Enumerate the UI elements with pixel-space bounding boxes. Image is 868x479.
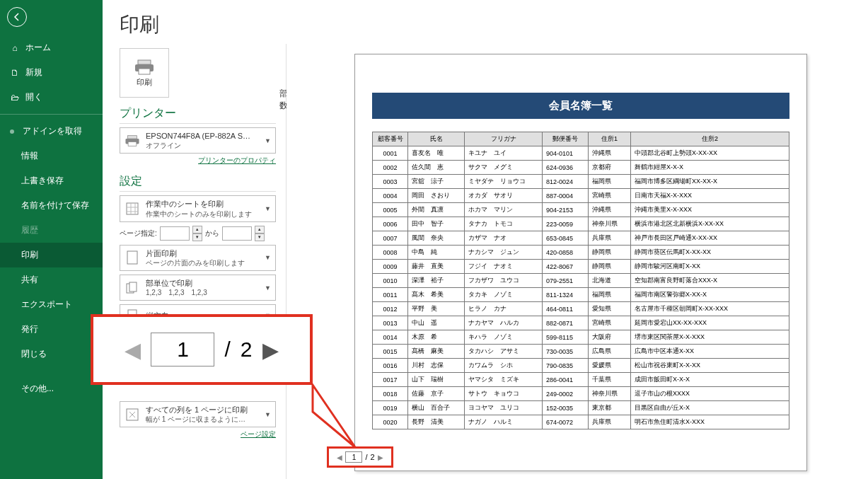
nav-info[interactable]: 情報 bbox=[0, 144, 103, 168]
to-up[interactable]: ▲ bbox=[255, 226, 265, 233]
from-up[interactable]: ▲ bbox=[192, 226, 202, 233]
table-cell: 0006 bbox=[373, 217, 408, 231]
table-cell: 福岡市博多区綱場町XX-XX-X bbox=[631, 175, 789, 189]
page-current-input-big[interactable] bbox=[151, 333, 214, 367]
table-cell: 静岡市駿河区南町X-XX bbox=[631, 260, 789, 274]
table-cell: 愛媛県 bbox=[589, 359, 631, 373]
nav-home[interactable]: ⌂ホーム bbox=[0, 35, 103, 60]
nav-new[interactable]: 🗋新規 bbox=[0, 60, 103, 85]
table-cell: ヤマシタ ミズキ bbox=[465, 373, 543, 387]
table-header: 住所1 bbox=[589, 132, 631, 146]
settings-section-header: 設定 bbox=[120, 174, 276, 192]
nav-label: ホーム bbox=[25, 42, 51, 54]
side-dropdown[interactable]: 片面印刷 ページの片面のみを印刷します ▼ bbox=[120, 245, 276, 271]
table-cell: 079-2551 bbox=[543, 274, 589, 288]
page-setup-link[interactable]: ページ設定 bbox=[120, 429, 276, 439]
member-table: 顧客番号氏名フリガナ郵便番号住所1住所2 0001喜友名 唯キユナ ユイ904-… bbox=[372, 132, 789, 429]
table-row: 0017山下 瑞樹ヤマシタ ミズキ286-0041千葉県成田市飯田町X-X-X bbox=[373, 373, 789, 387]
table-cell: 神奈川県 bbox=[589, 387, 631, 401]
nav-label: その他... bbox=[21, 383, 54, 395]
nav-saveas[interactable]: 名前を付けて保存 bbox=[0, 193, 103, 218]
table-cell: 464-0811 bbox=[543, 302, 589, 316]
table-cell: 山下 瑞樹 bbox=[408, 373, 465, 387]
table-cell: 0012 bbox=[373, 302, 408, 316]
printer-properties-link[interactable]: プリンターのプロパティ bbox=[120, 156, 276, 166]
nav-label: 閉じる bbox=[21, 348, 47, 360]
nav-publish[interactable]: 発行 bbox=[0, 317, 103, 342]
table-cell: 中頭郡北谷町上勢頭X-XX-XX bbox=[631, 146, 789, 161]
table-header: 住所2 bbox=[631, 132, 789, 146]
scope-l2: 作業中のシートのみを印刷します bbox=[146, 209, 259, 219]
page-prev-sm[interactable]: ◀ bbox=[337, 454, 342, 461]
pages-from-input[interactable] bbox=[160, 226, 190, 241]
nav-more[interactable]: その他... bbox=[0, 376, 103, 401]
nav-print[interactable]: 印刷 bbox=[0, 243, 103, 267]
table-cell: 中山 遥 bbox=[408, 316, 465, 330]
printer-section-header: プリンター bbox=[120, 106, 276, 124]
table-cell: 延岡市愛宕山XX-XX-XXX bbox=[631, 316, 789, 330]
table-cell: 286-0041 bbox=[543, 373, 589, 387]
back-button[interactable] bbox=[7, 7, 27, 27]
table-cell: フカザワ ユウコ bbox=[465, 274, 543, 288]
page-current-input-sm[interactable] bbox=[345, 451, 362, 463]
folder-icon: 🗁 bbox=[10, 93, 20, 103]
table-cell: 大阪府 bbox=[589, 330, 631, 345]
table-cell: サトウ キョウコ bbox=[465, 387, 543, 401]
table-cell: 沖縄県 bbox=[589, 146, 631, 161]
print-scope-dropdown[interactable]: 作業中のシートを印刷 作業中のシートのみを印刷します ▼ bbox=[120, 195, 276, 221]
table-header: 氏名 bbox=[408, 132, 465, 146]
table-cell: 田中 智子 bbox=[408, 217, 465, 231]
nav-open[interactable]: 🗁開く bbox=[0, 85, 103, 110]
nav-save[interactable]: 上書き保存 bbox=[0, 168, 103, 193]
page-sep-sm: / bbox=[365, 453, 367, 461]
table-cell: 空知郡南富良野町落合XXX-X bbox=[631, 274, 789, 288]
table-cell: 422-8067 bbox=[543, 260, 589, 274]
nav-addins[interactable]: アドインを取得 bbox=[0, 119, 103, 144]
table-cell: 川村 志保 bbox=[408, 359, 465, 373]
table-cell: カザマ ナオ bbox=[465, 231, 543, 246]
table-row: 0004岡田 さおりオカダ サオリ887-0004宮崎県日南市天福X-X-XXX bbox=[373, 189, 789, 203]
table-cell: 904-0101 bbox=[543, 146, 589, 161]
table-cell: 佐藤 京子 bbox=[408, 387, 465, 401]
table-row: 0006田中 智子タナカ トモコ223-0059神奈川県横浜市港北区北新横浜X-… bbox=[373, 217, 789, 231]
table-cell: 0005 bbox=[373, 203, 408, 217]
nav-export[interactable]: エクスポート bbox=[0, 292, 103, 317]
print-button[interactable]: 印刷 bbox=[120, 48, 169, 98]
table-cell: 0004 bbox=[373, 189, 408, 203]
back-arrow-icon bbox=[12, 12, 22, 22]
table-cell: 福岡県 bbox=[589, 175, 631, 189]
table-row: 0013中山 遥ナカヤマ ハルカ882-0871宮崎県延岡市愛宕山XX-XX-X… bbox=[373, 316, 789, 330]
page-next-big[interactable]: ▶ bbox=[262, 337, 279, 362]
page-prev-big[interactable]: ◀ bbox=[125, 337, 141, 362]
nav-label: 履歴 bbox=[21, 224, 38, 236]
scaling-dropdown[interactable]: すべての列を 1 ページに印刷 幅が 1 ページに収まるように… ▼ bbox=[120, 401, 276, 427]
svg-rect-4 bbox=[128, 142, 137, 146]
table-cell: 藤井 直美 bbox=[408, 260, 465, 274]
table-cell: 成田市飯田町X-X-X bbox=[631, 373, 789, 387]
side-l2: ページの片面のみを印刷します bbox=[146, 258, 259, 267]
nav-share[interactable]: 共有 bbox=[0, 267, 103, 292]
nav-close[interactable]: 閉じる bbox=[0, 342, 103, 367]
to-down[interactable]: ▼ bbox=[255, 233, 265, 241]
page-nav-callout-small: ◀ / 2 ▶ bbox=[327, 446, 393, 468]
table-cell: 舞鶴市紺屋X-X-X bbox=[631, 161, 789, 175]
printer-dropdown[interactable]: EPSON744F8A (EP-882A S… オフライン ▼ bbox=[120, 127, 276, 154]
table-cell: 京都府 bbox=[589, 161, 631, 175]
pages-to-input[interactable] bbox=[222, 226, 252, 241]
table-cell: 宮舘 涼子 bbox=[408, 175, 465, 189]
nav-label: 印刷 bbox=[21, 249, 38, 261]
table-cell: 喜友名 唯 bbox=[408, 146, 465, 161]
collate-dropdown[interactable]: 部単位で印刷 1,2,3 1,2,3 1,2,3 ▼ bbox=[120, 275, 276, 301]
table-cell: 0015 bbox=[373, 345, 408, 359]
table-row: 0011髙木 希美タカキ ノゾミ811-1324福岡県福岡市南区警弥郷X-XX-… bbox=[373, 288, 789, 302]
chevron-down-icon: ▼ bbox=[265, 411, 271, 418]
page-next-sm[interactable]: ▶ bbox=[378, 454, 383, 461]
table-header: 郵便番号 bbox=[543, 132, 589, 146]
chevron-down-icon: ▼ bbox=[265, 284, 271, 292]
from-down[interactable]: ▼ bbox=[192, 233, 202, 241]
printer-status: オフライン bbox=[146, 141, 259, 150]
nav-history[interactable]: 履歴 bbox=[0, 218, 103, 243]
table-cell: 神奈川県 bbox=[589, 217, 631, 231]
table-cell: ミヤダテ リョウコ bbox=[465, 175, 543, 189]
table-cell: 佐久間 恵 bbox=[408, 161, 465, 175]
